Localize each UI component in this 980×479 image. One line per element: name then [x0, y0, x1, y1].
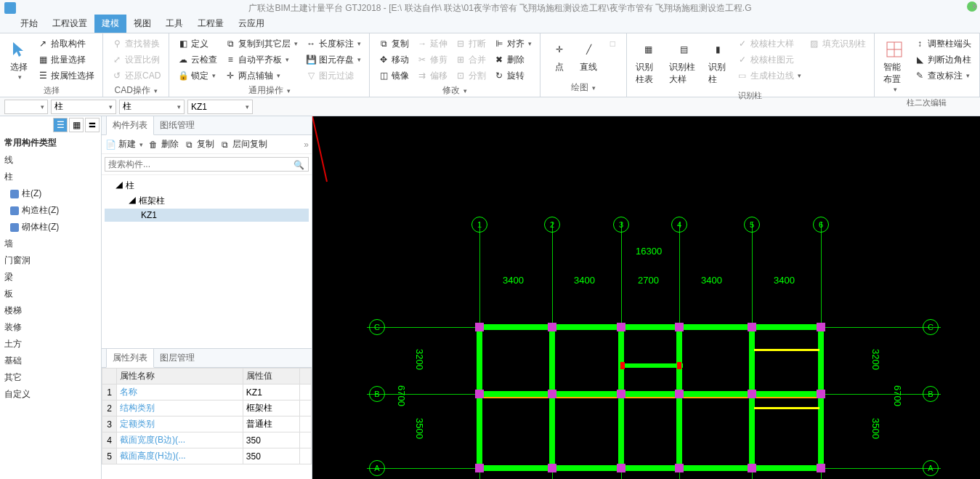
prop-close-icon[interactable]: ×	[972, 1, 977, 12]
lock-button[interactable]: 🔒锁定▾	[175, 68, 219, 83]
search-box: 🔍	[102, 154, 312, 175]
layer-copy-icon: ⧉	[219, 139, 230, 150]
edge-icon: ▭	[737, 70, 748, 81]
mid-toolbar: 📄新建▾ 🗑删除 ⧉复制 ⧉层间复制 »	[102, 135, 312, 154]
smart-layout-button[interactable]: 智能布置▾	[879, 36, 910, 96]
cloud-check-button[interactable]: ☁云检查	[175, 52, 219, 67]
mirror-icon: ◫	[378, 70, 389, 81]
tab-layer-mgmt[interactable]: 图层管理	[154, 349, 201, 367]
ribbon: 选择▾ ↗拾取构件 ▦批量选择 ☰按属性选择 选择 ⚲查找替换 ⤢设置比例 ↺还…	[0, 33, 980, 97]
tab-cloud-apps[interactable]: 云应用	[231, 15, 272, 33]
length-dim-button[interactable]: ↔长度标注▾	[303, 36, 363, 51]
table-row[interactable]: 2结构类别框架柱	[102, 400, 312, 416]
axis-bubble: C	[923, 319, 939, 335]
align-button[interactable]: ⊫对齐▾	[491, 36, 534, 51]
new-button[interactable]: 📄新建▾	[105, 138, 143, 150]
view-grid-button[interactable]: ▦	[69, 118, 84, 132]
left-item-finish[interactable]: 装修	[0, 319, 101, 336]
left-item-column-z[interactable]: 柱(Z)	[0, 185, 101, 202]
edit-annotation-button[interactable]: ✎查改标注▾	[912, 68, 973, 83]
select-by-property-button[interactable]: ☰按属性选择	[35, 68, 97, 83]
tab-quantity[interactable]: 工程量	[190, 15, 231, 33]
auto-level-slab-button[interactable]: ≡自动平齐板▾	[222, 52, 300, 67]
pick-component-button[interactable]: ↗拾取构件	[35, 36, 97, 51]
move-button[interactable]: ✥移动	[376, 52, 411, 67]
tree-frame-column[interactable]: ◢ 框架柱	[105, 193, 309, 209]
left-item-earthwork[interactable]: 土方	[0, 336, 101, 353]
table-row[interactable]: 3定额类别普通柱	[102, 416, 312, 432]
component-select[interactable]: KZ1▾	[187, 100, 253, 114]
view-tree-button[interactable]: 〓	[85, 118, 100, 132]
floor-select[interactable]: ▾	[4, 100, 48, 114]
property-select-icon: ☰	[37, 70, 49, 81]
axis-bubble: B	[369, 386, 385, 402]
tab-drawing-mgmt[interactable]: 图纸管理	[154, 116, 201, 134]
element-save-button[interactable]: 💾图元存盘▾	[303, 52, 363, 67]
left-item-masonry-col[interactable]: 砌体柱(Z)	[0, 219, 101, 236]
left-item-wall[interactable]: 墙	[0, 236, 101, 252]
tab-start[interactable]: 开始	[13, 15, 45, 33]
left-item-stair[interactable]: 楼梯	[0, 302, 101, 319]
left-item-opening[interactable]: 门窗洞	[0, 252, 101, 269]
tab-project-settings[interactable]: 工程设置	[45, 15, 94, 33]
adjust-col-end-button[interactable]: ↕调整柱端头	[912, 36, 973, 51]
verify-col-detail-button: ✓校核柱大样	[734, 36, 803, 51]
tab-view[interactable]: 视图	[126, 15, 158, 33]
rotate-button[interactable]: ↻旋转	[491, 68, 534, 83]
offset-icon: ⇉	[416, 70, 428, 81]
copy-button[interactable]: ⧉复制	[376, 36, 411, 51]
copy-component-button[interactable]: ⧉复制	[183, 138, 214, 150]
tree-root[interactable]: ◢ 柱	[105, 178, 309, 193]
left-item-column[interactable]: 柱	[0, 169, 101, 185]
delete-button[interactable]: ✖删除	[491, 52, 534, 67]
two-point-axis-button[interactable]: ✛两点辅轴▾	[222, 68, 300, 83]
select-button[interactable]: 选择▾	[4, 36, 33, 84]
tree-kz1[interactable]: KZ1	[105, 209, 309, 222]
left-item-custom[interactable]: 自定义	[0, 386, 101, 403]
view-list-button[interactable]: ☰	[53, 118, 68, 132]
delete-component-button[interactable]: 🗑删除	[147, 138, 179, 150]
break-button: ⊟打断	[453, 36, 488, 51]
recog-col-detail-button: ▤识别柱大样	[665, 36, 704, 89]
tab-modeling[interactable]: 建模	[94, 15, 126, 33]
table-row[interactable]: 5截面高度(H边)(...350	[102, 448, 312, 464]
batch-select-button[interactable]: ▦批量选择	[35, 52, 97, 67]
left-item-beam[interactable]: 梁	[0, 269, 101, 286]
new-icon: 📄	[105, 139, 116, 150]
judge-corner-col-button[interactable]: ◣判断边角柱	[912, 52, 973, 67]
search-icon[interactable]: 🔍	[293, 160, 304, 170]
left-item-other[interactable]: 其它	[0, 369, 101, 386]
smart-icon	[884, 39, 904, 60]
search-input[interactable]	[105, 157, 309, 172]
tab-component-list[interactable]: 构件列表	[106, 116, 154, 135]
set-scale-button: ⤢设置比例	[109, 52, 163, 67]
drawing-viewport[interactable]: 1 2 3 4 5 6 C B A C B A 16300 3400 3400 …	[312, 116, 980, 479]
subcategory-select[interactable]: 柱▾	[119, 100, 185, 114]
copy2-icon: ⧉	[183, 139, 195, 150]
square-icon: □	[607, 38, 618, 49]
left-item-foundation[interactable]: 基础	[0, 353, 101, 369]
left-item-line[interactable]: 线	[0, 152, 101, 169]
copy-to-layer-button[interactable]: ⧉复制到其它层▾	[222, 36, 300, 51]
mirror-button[interactable]: ◫镜像	[376, 68, 411, 83]
delete-icon: ✖	[493, 54, 505, 65]
left-item-slab[interactable]: 板	[0, 286, 101, 302]
layer-copy-button[interactable]: ⧉层间复制	[219, 138, 267, 150]
left-panel-title: 常用构件类型	[0, 134, 101, 152]
dim-text: 3400	[701, 275, 722, 286]
left-item-struct-col[interactable]: 构造柱(Z)	[0, 202, 101, 219]
category-select[interactable]: 柱▾	[51, 100, 116, 114]
dim-icon: ↔	[305, 38, 317, 49]
group-general-title: 通用操作 ▾	[174, 84, 365, 97]
define-button[interactable]: ◧定义	[175, 36, 219, 51]
tab-property-list[interactable]: 属性列表	[106, 348, 154, 368]
restore-icon: ↺	[111, 70, 123, 81]
point-icon: ✛	[549, 39, 570, 60]
table-row[interactable]: 4截面宽度(B边)(...350	[102, 432, 312, 448]
axis-bubble: A	[369, 460, 385, 476]
tab-tools[interactable]: 工具	[158, 15, 190, 33]
table-row[interactable]: 1名称KZ1	[102, 385, 312, 400]
point-button[interactable]: ✛点	[545, 36, 574, 76]
mid-more-icon[interactable]: »	[304, 140, 309, 150]
align-icon: ⊫	[493, 38, 505, 49]
